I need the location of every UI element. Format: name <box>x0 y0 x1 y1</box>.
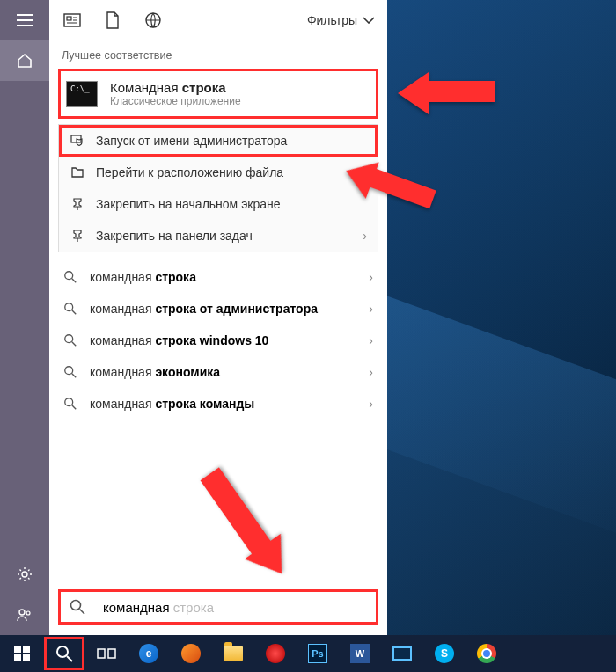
chevron-right-icon: › <box>369 333 373 347</box>
svg-point-2 <box>26 611 30 615</box>
suggestion-text: командная строка от администратора <box>90 302 318 316</box>
chevron-right-icon: › <box>363 229 367 243</box>
search-icon <box>63 397 77 411</box>
display-taskbar-button[interactable] <box>382 637 422 670</box>
svg-point-7 <box>65 272 73 280</box>
suggestion-text: командная строка <box>90 270 196 284</box>
search-input-box[interactable]: командная строка <box>58 589 378 625</box>
svg-rect-13 <box>14 646 21 653</box>
people-icon[interactable] <box>0 595 49 635</box>
windows-start-taskbar-button[interactable] <box>2 637 42 670</box>
suggestion-text: командная экономика <box>90 365 220 379</box>
chevron-right-icon: › <box>369 397 373 411</box>
svg-point-17 <box>57 646 68 657</box>
best-match-result[interactable]: C:\_ Командная строка Классическое прило… <box>58 69 378 119</box>
cmd-prompt-icon: C:\_ <box>66 81 98 107</box>
search-suggestion[interactable]: командная экономика› <box>49 356 387 388</box>
gear-icon[interactable] <box>0 554 49 595</box>
document-icon[interactable] <box>102 10 123 31</box>
best-match-header: Лучшее соответствие <box>49 40 387 67</box>
folder-location-icon <box>70 164 85 180</box>
svg-rect-18 <box>98 649 105 658</box>
search-icon <box>55 645 73 662</box>
filters-dropdown[interactable]: Фильтры <box>307 13 375 27</box>
search-suggestion[interactable]: командная строка windows 10› <box>49 325 387 356</box>
file-explorer-icon <box>224 646 243 661</box>
suggestion-text: командная строка windows 10 <box>90 333 268 347</box>
word-icon: W <box>350 644 370 663</box>
firefox-taskbar-button[interactable] <box>171 637 211 670</box>
search-suggestion[interactable]: командная строка команды› <box>49 388 387 420</box>
context-menu-item[interactable]: Перейти к расположению файла <box>59 157 378 188</box>
context-item-label: Закрепить на панели задач <box>96 229 253 243</box>
svg-point-9 <box>65 335 73 343</box>
task-view-taskbar-button[interactable] <box>86 637 127 670</box>
search-text-display: командная строка <box>103 600 367 615</box>
pin-start-icon <box>70 196 85 212</box>
context-item-label: Запуск от имени администратора <box>96 134 287 148</box>
opera-taskbar-button[interactable] <box>255 637 296 670</box>
file-explorer-taskbar-button[interactable] <box>213 637 253 670</box>
context-menu: Запуск от имени администратораПерейти к … <box>58 124 378 252</box>
opera-icon <box>266 644 285 663</box>
svg-point-0 <box>22 572 27 577</box>
context-item-label: Перейти к расположению файла <box>96 165 283 179</box>
search-suggestion[interactable]: командная строка› <box>49 261 387 293</box>
firefox-icon <box>181 644 201 663</box>
context-menu-item[interactable]: Закрепить на панели задач› <box>59 220 378 252</box>
best-match-subtitle: Классическое приложение <box>110 95 241 107</box>
cortana-left-rail <box>0 0 49 635</box>
filters-label: Фильтры <box>307 13 357 27</box>
chevron-right-icon: › <box>369 365 373 379</box>
edge-icon: e <box>139 644 158 663</box>
task-view-icon <box>97 646 116 661</box>
annotation-arrow <box>398 72 495 114</box>
chevron-down-icon <box>363 17 375 24</box>
chrome-icon <box>477 644 496 663</box>
edge-taskbar-button[interactable]: e <box>128 637 169 670</box>
web-icon[interactable] <box>143 10 164 31</box>
windows-start-icon <box>14 646 30 661</box>
panel-top-bar: Фильтры <box>49 0 387 40</box>
context-item-label: Закрепить на начальном экране <box>96 197 281 211</box>
shield-computer-icon <box>70 133 85 149</box>
chrome-taskbar-button[interactable] <box>466 637 507 670</box>
svg-rect-15 <box>14 654 21 661</box>
word-taskbar-button[interactable]: W <box>340 637 380 670</box>
search-icon <box>63 270 77 284</box>
chevron-right-icon: › <box>369 302 373 316</box>
search-icon <box>63 302 77 316</box>
svg-point-8 <box>65 303 73 311</box>
pin-taskbar-icon <box>70 228 85 244</box>
search-icon <box>63 365 77 379</box>
search-suggestion[interactable]: командная строка от администратора› <box>49 293 387 325</box>
svg-point-11 <box>65 398 73 406</box>
best-match-title: Командная строка <box>110 80 241 95</box>
chevron-right-icon: › <box>369 270 373 284</box>
photoshop-icon: Ps <box>308 644 327 663</box>
svg-point-10 <box>65 367 73 375</box>
context-menu-item[interactable]: Закрепить на начальном экране <box>59 188 378 220</box>
taskbar: ePsWS <box>0 635 616 672</box>
cortana-search-panel: Фильтры Лучшее соответствие C:\_ Командн… <box>49 0 387 635</box>
context-menu-item[interactable]: Запуск от имени администратора <box>59 125 378 157</box>
search-taskbar-button[interactable] <box>44 637 84 670</box>
svg-rect-19 <box>108 649 115 658</box>
svg-rect-14 <box>23 646 30 653</box>
search-icon <box>70 599 85 615</box>
display-icon <box>392 646 412 661</box>
skype-icon: S <box>435 644 454 663</box>
skype-taskbar-button[interactable]: S <box>424 637 465 670</box>
svg-rect-4 <box>67 17 71 20</box>
news-icon[interactable] <box>62 10 83 31</box>
home-icon[interactable] <box>0 40 49 81</box>
svg-point-12 <box>71 601 81 610</box>
search-icon <box>63 333 77 347</box>
photoshop-taskbar-button[interactable]: Ps <box>297 637 338 670</box>
suggestion-text: командная строка команды <box>90 397 254 411</box>
hamburger-icon[interactable] <box>0 0 49 40</box>
svg-point-1 <box>19 610 25 615</box>
search-suggestions: командная строка›командная строка от адм… <box>49 261 387 420</box>
svg-rect-16 <box>23 654 30 661</box>
